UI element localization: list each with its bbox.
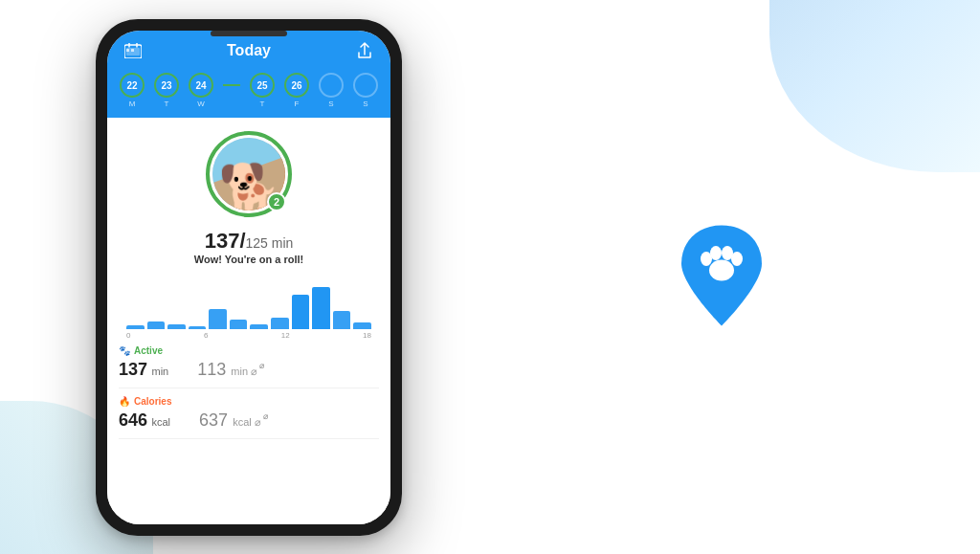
calories-unit: kcal	[152, 416, 171, 428]
active-metric-values: 137 min 113 min ⌀	[119, 360, 379, 380]
header-title: Today	[227, 42, 271, 59]
svg-rect-4	[126, 49, 129, 52]
day-circle-thu: 25	[250, 73, 275, 98]
app-header: Today	[107, 31, 390, 69]
day-circle-sun	[353, 73, 378, 98]
stat-unit: min	[268, 235, 293, 251]
day-label-sun: S	[363, 100, 368, 108]
day-label-sat: S	[328, 100, 333, 108]
calendar-icon[interactable]	[122, 40, 144, 61]
bar-2	[147, 321, 166, 329]
day-circle-wed: 24	[189, 73, 213, 98]
day-sun[interactable]: S	[353, 73, 378, 108]
bar-6	[230, 320, 248, 329]
active-metric-header: 🐾 Active	[119, 345, 379, 356]
chart-label-0: 0	[126, 331, 130, 340]
bar-12	[353, 322, 371, 329]
bar-4	[189, 326, 207, 329]
bar-3	[167, 324, 186, 330]
day-label-fri: F	[295, 100, 300, 108]
chart-label-12: 12	[281, 331, 290, 340]
chart-labels: 0 6 12 18	[122, 329, 375, 340]
calories-value-group: 646 kcal	[119, 410, 170, 431]
svg-point-8	[710, 246, 722, 260]
chart-label-18: 18	[363, 331, 371, 340]
active-metric-label: Active	[134, 345, 163, 356]
app-content: 🐕 2 137/125 min Wow! You're on a roll!	[107, 118, 390, 524]
day-sat[interactable]: S	[319, 73, 344, 108]
active-value: 137	[119, 360, 147, 379]
day-fri[interactable]: 26 F	[284, 73, 309, 108]
main-stat: 137/125 min	[107, 229, 390, 254]
bar-9	[292, 295, 310, 329]
paw-pin-logo	[674, 220, 769, 334]
stats-display: 137/125 min Wow! You're on a roll!	[107, 225, 390, 271]
day-circle-fri: 26	[284, 73, 309, 98]
day-tue[interactable]: 23 T	[154, 73, 179, 108]
motivation-text: Wow! You're on a roll!	[107, 254, 390, 265]
bar-10	[312, 287, 330, 329]
background-blob-top-right	[769, 0, 980, 172]
active-metric-icon: 🐾	[119, 345, 130, 356]
day-circle-sat	[319, 73, 344, 98]
calories-goal-group: 637 kcal ⌀	[199, 410, 268, 431]
calories-metric-values: 646 kcal 637 kcal ⌀	[119, 410, 379, 431]
day-thu[interactable]: 25 T	[250, 73, 275, 108]
day-mon[interactable]: 22 M	[120, 73, 145, 108]
calories-metric-row: 🔥 Calories 646 kcal 637 kcal ⌀	[119, 388, 379, 439]
phone-frame: Today 22 M 23 T 2	[96, 19, 402, 536]
day-label-thu: T	[260, 100, 265, 108]
calories-metric-header: 🔥 Calories	[119, 396, 379, 407]
active-goal: 113 min ⌀	[197, 360, 264, 379]
calories-goal: 637 kcal ⌀	[199, 410, 268, 430]
active-metric-row: 🐾 Active 137 min 113 min ⌀	[119, 338, 379, 388]
svg-point-10	[731, 252, 743, 266]
day-wed[interactable]: 24 W	[189, 73, 213, 108]
active-goal-group: 113 min ⌀	[197, 360, 264, 380]
bar-1	[126, 325, 145, 329]
svg-point-6	[709, 259, 734, 280]
bar-5	[209, 309, 227, 329]
active-unit: min	[152, 366, 169, 377]
activity-badge: 2	[267, 192, 286, 211]
chart-label-6: 6	[204, 331, 208, 340]
calories-value: 646	[119, 410, 147, 430]
calories-metric-icon: 🔥	[119, 396, 130, 407]
day-label-mon: M	[129, 100, 136, 108]
day-circle-mon: 22	[120, 73, 145, 98]
bar-7	[250, 324, 268, 330]
activity-chart: 0 6 12 18	[107, 271, 390, 338]
share-icon[interactable]	[354, 40, 375, 61]
week-selector: 22 M 23 T 24 W 25 T 26 F	[107, 69, 390, 118]
phone-notch	[211, 31, 287, 36]
bar-11	[333, 311, 351, 329]
active-value-group: 137 min	[119, 360, 168, 380]
current-minutes: 137	[205, 229, 240, 253]
bar-8	[271, 318, 289, 329]
phone-mockup: Today 22 M 23 T 2	[96, 19, 402, 536]
target-minutes: 125	[246, 235, 268, 251]
day-connector	[223, 84, 240, 86]
metrics-section: 🐾 Active 137 min 113 min ⌀	[107, 338, 390, 439]
phone-screen: Today 22 M 23 T 2	[107, 31, 390, 524]
day-label-wed: W	[197, 100, 205, 108]
pet-avatar-ring[interactable]: 🐕 2	[206, 131, 292, 217]
calories-metric-label: Calories	[134, 396, 171, 407]
avatar-section: 🐕 2	[107, 118, 390, 225]
day-circle-tue: 23	[154, 73, 179, 98]
paw-pin-svg	[674, 220, 769, 330]
day-label-tue: T	[165, 100, 169, 108]
svg-rect-5	[131, 49, 134, 52]
chart-bars	[122, 277, 375, 329]
